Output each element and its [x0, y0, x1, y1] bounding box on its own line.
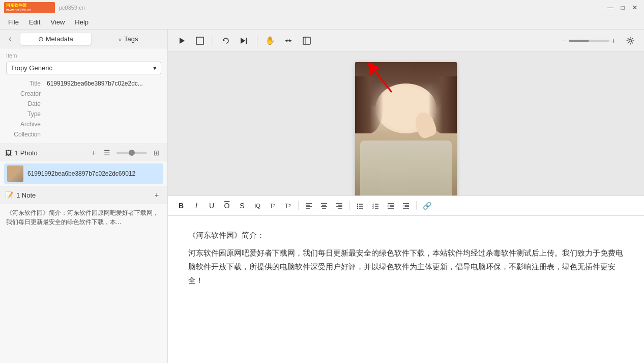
inline-code-button[interactable]: IQ — [250, 199, 265, 213]
svg-text:3.: 3. — [372, 206, 374, 209]
svg-marker-46 — [403, 205, 404, 207]
note-preview[interactable]: 《河东软件园》简介：河东软件园原网吧爱好者下载网，我们每日更新最安全的绿色软件下… — [0, 204, 167, 231]
strikethrough-button[interactable]: S — [235, 199, 249, 213]
photo-list-view-button[interactable]: ☰ — [101, 147, 112, 158]
photo-count-label: 1 Photo — [15, 149, 38, 157]
content-title-line: 《河东软件园》简介： — [188, 228, 624, 242]
format-divider-3 — [416, 201, 417, 210]
minimize-button[interactable]: — — [605, 3, 616, 13]
fit-button[interactable] — [299, 33, 314, 48]
align-center-button[interactable] — [317, 199, 331, 213]
format-divider-1 — [298, 201, 299, 210]
bullet-list-button[interactable] — [353, 199, 367, 213]
metadata-row-creator: Creator — [6, 89, 161, 99]
overline-button[interactable]: O — [220, 199, 234, 213]
photo-section-actions: + ☰ ⊞ — [88, 147, 162, 158]
image-viewer — [168, 52, 644, 196]
photo-section: 🖼 1 Photo + ☰ ⊞ 61991992bea6b — [0, 144, 167, 186]
outdent-button[interactable] — [399, 199, 413, 213]
add-note-button[interactable]: + — [151, 189, 162, 201]
text-content-area[interactable]: 《河东软件园》简介： 河东软件园原网吧爱好者下载网，我们每日更新最安全的绿色软件… — [168, 216, 644, 364]
svg-marker-2 — [223, 39, 225, 41]
photo-count-icon: 🖼 — [5, 149, 12, 157]
photo-section-header: 🖼 1 Photo + ☰ ⊞ — [0, 144, 167, 161]
menu-file[interactable]: File — [4, 17, 23, 27]
menu-edit[interactable]: Edit — [25, 17, 44, 27]
photo-grid-view-button[interactable]: ⊞ — [151, 147, 162, 158]
sidebar-tabs: ⊙ Metadata ⬦ Tags — [20, 33, 163, 45]
app-logo: 河东软件园 www.pc0359.cn — [4, 2, 55, 13]
thumbnail-image — [7, 165, 23, 182]
italic-button[interactable]: I — [189, 199, 203, 213]
subscript-button[interactable]: T2 — [281, 199, 295, 213]
select-button[interactable] — [192, 33, 208, 48]
right-panel: ✋ − + — [168, 30, 644, 363]
svg-marker-0 — [180, 38, 185, 44]
menu-view[interactable]: View — [46, 17, 69, 27]
zoom-track[interactable] — [569, 40, 609, 42]
sidebar-top-nav: ‹ ⊙ Metadata ⬦ Tags — [0, 30, 167, 48]
svg-point-29 — [357, 207, 358, 208]
field-val-title[interactable]: 61991992bea6be3897b7c02e2dc... — [47, 80, 161, 87]
zoom-minus-icon[interactable]: − — [563, 37, 567, 45]
link-button[interactable]: 🔗 — [420, 199, 434, 213]
zoom-plus-icon[interactable]: + — [611, 37, 616, 45]
add-photo-button[interactable]: + — [88, 147, 99, 158]
toolbar-divider-2 — [257, 36, 257, 46]
bold-button[interactable]: B — [174, 199, 188, 213]
svg-point-10 — [629, 39, 632, 42]
metadata-row-date: Date — [6, 99, 161, 109]
menu-bar: File Edit View Help — [0, 15, 644, 30]
metadata-icon: ⊙ — [38, 35, 44, 43]
tab-metadata[interactable]: ⊙ Metadata — [20, 33, 91, 45]
field-key-creator: Creator — [6, 90, 47, 97]
logo-cn-text: 河东软件园 — [6, 3, 31, 8]
arrow-tool-button[interactable] — [281, 33, 296, 48]
svg-marker-7 — [285, 39, 287, 42]
close-button[interactable]: ✕ — [630, 3, 640, 13]
zoom-fill — [569, 40, 589, 42]
undo-button[interactable] — [218, 33, 233, 48]
sidebar: ‹ ⊙ Metadata ⬦ Tags Item Tropy Generic ▾ — [0, 30, 168, 363]
underline-button[interactable]: U — [204, 199, 219, 213]
svg-rect-1 — [196, 37, 203, 44]
svg-marker-3 — [241, 38, 245, 44]
format-divider-2 — [349, 201, 350, 210]
settings-button[interactable] — [623, 33, 638, 48]
align-left-button[interactable] — [302, 199, 316, 213]
content-body: 河东软件园原网吧爱好者下载网，我们每日更新最安全的绿色软件下载，本站软件均经过杀… — [188, 246, 624, 287]
format-toolbar: B I U O S IQ T2 T2 1.2.3. — [168, 196, 644, 216]
field-key-type: Type — [6, 110, 47, 118]
tags-icon: ⬦ — [118, 35, 122, 43]
menu-help[interactable]: Help — [71, 17, 93, 27]
skip-button[interactable] — [237, 33, 252, 48]
ordered-list-button[interactable]: 1.2.3. — [368, 199, 383, 213]
tab-tags[interactable]: ⬦ Tags — [93, 33, 164, 45]
superscript-button[interactable]: T2 — [266, 199, 280, 213]
note-section-header: 📝 1 Note + — [0, 186, 167, 204]
note-section: 📝 1 Note + 《河东软件园》简介：河东软件园原网吧爱好者下载网，我们每日… — [0, 186, 167, 363]
photo-zoom-slider[interactable] — [116, 152, 147, 154]
play-button[interactable] — [174, 33, 189, 48]
metadata-section: Item Tropy Generic ▾ Title 61991992bea6b… — [0, 48, 167, 144]
svg-rect-8 — [303, 37, 310, 44]
svg-point-25 — [357, 203, 358, 204]
indent-button[interactable] — [384, 199, 398, 213]
back-button[interactable]: ‹ — [4, 33, 16, 45]
note-section-title: 📝 1 Note — [5, 191, 151, 199]
tab-tags-label: Tags — [124, 35, 138, 43]
metadata-fields: Title 61991992bea6be3897b7c02e2dc... Cre… — [6, 78, 161, 139]
photo-list: 61991992bea6be3897b7c02e2dc69012 — [0, 161, 167, 186]
item-type-select[interactable]: Tropy Generic ▾ — [6, 62, 161, 74]
toolbar-divider-1 — [213, 36, 213, 46]
list-item[interactable]: 61991992bea6be3897b7c02e2dc69012 — [4, 163, 163, 184]
title-bar: 河东软件园 www.pc0359.cn pc0359.cn — □ ✕ — [0, 0, 644, 15]
svg-marker-41 — [388, 205, 389, 207]
align-right-button[interactable] — [332, 199, 346, 213]
metadata-row-title: Title 61991992bea6be3897b7c02e2dc... — [6, 78, 161, 89]
window-controls: — □ ✕ — [605, 3, 640, 13]
maximize-button[interactable]: □ — [618, 3, 628, 13]
hand-tool-button[interactable]: ✋ — [262, 33, 278, 48]
main-content: ‹ ⊙ Metadata ⬦ Tags Item Tropy Generic ▾ — [0, 30, 644, 363]
metadata-row-archive: Archive — [6, 119, 161, 129]
